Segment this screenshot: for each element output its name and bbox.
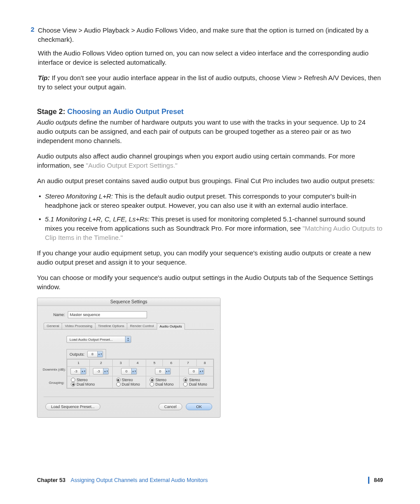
chevron-updown-icon: ▲▼ [165, 368, 170, 374]
col-header: 3 [112, 360, 129, 367]
outputs-value: 8 [88, 352, 97, 356]
radio-dual-mono[interactable]: Dual Mono [69, 382, 111, 386]
radio-stereo[interactable]: Stereo [69, 378, 111, 382]
stage-2-heading: Stage 2: Choosing an Audio Output Preset [37, 107, 383, 116]
window-title: Sequence Settings [37, 298, 220, 306]
footer-page-number: 849 [374, 477, 383, 483]
chevron-updown-icon: ▲▼ [103, 368, 108, 374]
page-footer: Chapter 53 Assigning Output Channels and… [37, 477, 383, 484]
radio-dual-mono[interactable]: Dual Mono [148, 382, 177, 386]
downmix-label: Downmix (dB): [43, 368, 66, 372]
dropdown-text: Load Audio Output Preset... [67, 338, 125, 342]
radio-dual-mono[interactable]: Dual Mono [114, 382, 144, 386]
chevron-updown-icon: ▲▼ [131, 368, 136, 374]
heading-title: Choosing an Audio Output Preset [67, 107, 184, 115]
bullet-em: Stereo Monitoring L+R: [45, 192, 113, 200]
step-number: 2 [26, 26, 34, 98]
radio-label: Stereo [189, 378, 200, 382]
col-header: 8 [196, 360, 213, 367]
radio-label: Stereo [122, 378, 133, 382]
downmix-stepper[interactable]: -3▲▼ [70, 368, 86, 375]
tab-video-processing[interactable]: Video Processing [62, 323, 95, 329]
col-header: 4 [129, 360, 146, 367]
outputs-grid: 1 2 3 4 5 6 7 8 -3▲▼ [66, 359, 214, 389]
downmix-stepper[interactable]: 0▲▼ [188, 368, 204, 375]
link-export-settings[interactable]: "Audio Output Export Settings." [86, 162, 177, 169]
sequence-settings-window: Sequence Settings Name: Master sequence … [37, 298, 221, 418]
chevron-updown-icon: ▲▼ [97, 351, 103, 357]
radio-stereo[interactable]: Stereo [148, 378, 177, 382]
radio-stereo[interactable]: Stereo [114, 378, 144, 382]
step-sub-para-1: With the Audio Follows Video option turn… [38, 48, 383, 67]
stepper-value: -3 [71, 369, 81, 373]
radio-label: Dual Mono [122, 382, 140, 386]
downmix-stepper[interactable]: 0▲▼ [121, 368, 137, 375]
radio-label: Stereo [155, 378, 166, 382]
downmix-stepper[interactable]: 0▲▼ [155, 368, 171, 375]
cancel-button[interactable]: Cancel [158, 403, 182, 410]
chevron-updown-icon: ▲▼ [81, 368, 86, 374]
tip-text: If you don't see your audio interface ap… [38, 74, 381, 91]
ok-button[interactable]: OK [186, 403, 212, 410]
tip-paragraph: Tip: If you don't see your audio interfa… [38, 73, 383, 92]
chevron-updown-icon: ▲▼ [125, 336, 131, 342]
footer-title: Assigning Output Channels and External A… [71, 477, 208, 483]
col-header: 5 [146, 360, 163, 367]
list-item: Stereo Monitoring L+R: This is the defau… [45, 191, 383, 210]
stepper-value: 0 [122, 369, 131, 373]
tip-label: Tip: [38, 74, 50, 81]
heading-prefix: Stage 2: [37, 107, 67, 115]
para-body-2: Audio outputs also affect audio channel … [37, 152, 355, 169]
para-export-info: Audio outputs also affect audio channel … [37, 151, 383, 170]
chevron-updown-icon: ▲▼ [199, 368, 204, 374]
para-audio-outputs-def: Audio outputs define the number of hardw… [37, 118, 383, 145]
name-label: Name: [53, 313, 65, 317]
load-sequence-preset-button[interactable]: Load Sequence Preset... [45, 403, 100, 410]
col-header: 6 [163, 360, 180, 367]
footer-bar [368, 477, 369, 484]
tab-bar: General Video Processing Timeline Option… [44, 323, 214, 330]
footer-chapter: Chapter 53 [37, 477, 66, 483]
stepper-value: 0 [189, 369, 199, 373]
radio-dual-mono[interactable]: Dual Mono [181, 382, 211, 386]
tab-render-control[interactable]: Render Control [127, 323, 157, 329]
radio-label: Stereo [77, 378, 88, 382]
preset-list: Stereo Monitoring L+R: This is the defau… [37, 191, 383, 242]
list-item: 5.1 Monitoring L+R, C, LFE, Ls+Rs: This … [45, 214, 383, 242]
radio-stereo[interactable]: Stereo [181, 378, 211, 382]
para-body: define the number of hardware outputs yo… [37, 118, 365, 144]
para-choose: You can choose or modify your sequence's… [37, 273, 383, 291]
col-header: 1 [67, 360, 90, 367]
outputs-stepper[interactable]: 8 ▲▼ [87, 351, 103, 357]
stepper-value: -3 [93, 369, 103, 373]
tab-audio-outputs[interactable]: Audio Outputs [157, 323, 185, 330]
para-preset-intro: An audio output preset contains saved au… [37, 176, 383, 185]
grouping-label: Grouping: [49, 381, 64, 385]
tab-timeline-options[interactable]: Timeline Options [95, 323, 128, 329]
load-audio-output-preset-dropdown[interactable]: Load Audio Output Preset... ▲▼ [66, 336, 131, 343]
outputs-label: Outputs: [70, 352, 85, 357]
col-header: 2 [90, 360, 112, 367]
divider [44, 397, 214, 397]
name-field[interactable]: Master sequence [68, 311, 147, 318]
radio-label: Dual Mono [189, 382, 207, 386]
radio-label: Dual Mono [77, 382, 95, 386]
col-header: 7 [180, 360, 196, 367]
para-em: Audio outputs [37, 118, 77, 126]
bullet-em: 5.1 Monitoring L+R, C, LFE, Ls+Rs: [45, 215, 150, 223]
downmix-stepper[interactable]: -3▲▼ [93, 368, 109, 375]
tab-general[interactable]: General [44, 323, 62, 329]
step-text: Choose View > Audio Playback > Audio Fol… [38, 26, 383, 44]
radio-label: Dual Mono [155, 382, 173, 386]
stepper-value: 0 [155, 369, 165, 373]
para-modify: If you change your audio equipment setup… [37, 248, 383, 267]
